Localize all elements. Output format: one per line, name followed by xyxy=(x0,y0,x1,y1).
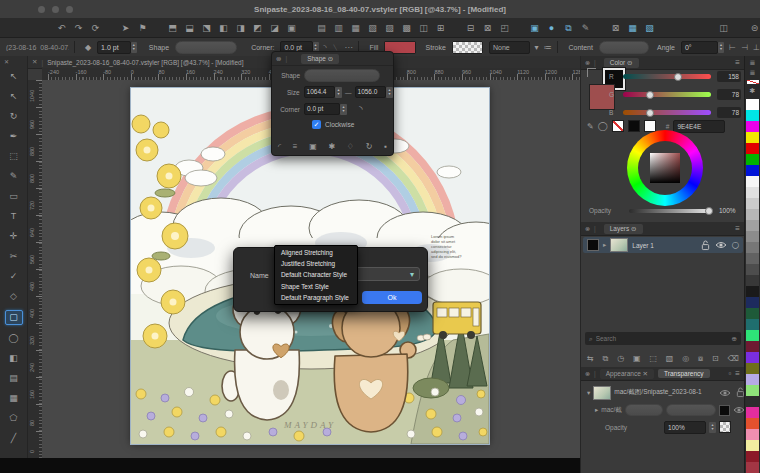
color-swatch[interactable] xyxy=(746,165,759,176)
tool-table[interactable]: ▦ xyxy=(6,392,22,405)
size-height-stepper[interactable]: ▴▾ xyxy=(386,87,393,98)
stroke-swatch[interactable] xyxy=(452,41,483,54)
color-panel-close-icon[interactable]: ⊗ xyxy=(585,59,590,66)
intersect-icon[interactable]: ◩ xyxy=(252,22,263,34)
curve-icon[interactable]: ◜ xyxy=(278,142,281,151)
exclude-icon[interactable]: ◪ xyxy=(269,22,280,34)
history-icon[interactable]: ◷ xyxy=(617,354,624,363)
size-height-field[interactable]: 1056.0 xyxy=(355,86,387,98)
layer-visibility-icon[interactable] xyxy=(715,241,727,249)
item-collapse-icon[interactable]: ▾ xyxy=(587,389,590,397)
sync-icon[interactable]: ⟳ xyxy=(90,22,101,34)
shape-panel-close-icon[interactable]: ⊗ xyxy=(276,55,281,63)
layer-expand-icon[interactable]: ▸ xyxy=(603,241,606,249)
expand-icon[interactable]: ⊞ xyxy=(435,22,446,34)
channel-slider-r[interactable] xyxy=(623,74,711,79)
clockwise-checkbox[interactable]: ✓ xyxy=(312,120,321,129)
size-width-stepper[interactable]: ▴▾ xyxy=(335,87,342,98)
tab-appearance[interactable]: Appearance ✕ xyxy=(600,369,654,379)
merge-icon[interactable]: ▥ xyxy=(333,22,344,34)
outline-icon[interactable]: ▤ xyxy=(316,22,327,34)
sub-expand-icon[interactable]: ▸ xyxy=(595,406,598,414)
tool-pen[interactable]: ✒ xyxy=(6,130,22,143)
appearance-menu-icon[interactable]: ≡ xyxy=(735,369,740,378)
color-swatch[interactable] xyxy=(746,143,759,154)
overflow-icon[interactable]: ⊜ xyxy=(749,22,760,34)
tool-text[interactable]: T xyxy=(6,210,22,223)
appearance-opacity-stepper[interactable]: ▴▾ xyxy=(709,422,716,433)
effects-icon[interactable]: ✱ xyxy=(328,142,335,151)
white-swatch[interactable] xyxy=(644,120,656,132)
undo-icon[interactable]: ↶ xyxy=(56,22,67,34)
layers-panel-menu-icon[interactable]: ≡ xyxy=(735,224,740,233)
style-dropdown[interactable] xyxy=(666,404,716,416)
content-swatch[interactable] xyxy=(719,405,730,416)
circle-swatch-icon[interactable]: ◯ xyxy=(598,121,608,131)
layer-row[interactable]: ▸ Layer 1 ◯ xyxy=(583,237,743,253)
tool-rotate[interactable]: ↻ xyxy=(6,110,22,123)
mesh-icon[interactable]: ▧ xyxy=(644,22,655,34)
tool-select[interactable]: ↖ xyxy=(6,70,22,83)
swatch-list-icon[interactable]: ≣ xyxy=(750,58,756,68)
add-shape-icon[interactable]: ⬒ xyxy=(167,22,178,34)
item-title[interactable]: mac/截图/Snipaste_2023-08-1 xyxy=(614,388,701,397)
color-swatch[interactable] xyxy=(746,363,759,374)
edit-tool-icon[interactable]: ✎ xyxy=(580,22,591,34)
content-dropdown[interactable] xyxy=(599,41,649,54)
ok-button[interactable]: Ok xyxy=(362,291,422,304)
mask-icon[interactable]: ◫ xyxy=(418,22,429,34)
channel-value-b[interactable]: 78 xyxy=(717,107,741,118)
channel-value-r[interactable]: 158 xyxy=(717,71,741,82)
shape-tool-icon[interactable]: ● xyxy=(546,22,557,34)
stroke-dropdown-arrow-icon[interactable]: ▾ xyxy=(535,43,539,52)
align-top-icon[interactable]: ⊢ xyxy=(729,43,736,52)
artboard-icon[interactable]: ⬚ xyxy=(649,354,657,363)
edit-shape-icon[interactable]: ⬓ xyxy=(184,22,195,34)
shape-corner-stepper[interactable]: ▴▾ xyxy=(340,104,347,115)
stroke-style-dropdown[interactable]: None xyxy=(489,41,530,54)
angle-stepper[interactable]: ▴▾ xyxy=(718,42,724,53)
color-swatch[interactable] xyxy=(746,220,759,231)
color-swatch[interactable] xyxy=(746,99,759,110)
shape-corner-field[interactable]: 0.0 pt xyxy=(304,103,340,115)
color-swatch[interactable] xyxy=(746,308,759,319)
rotate-icon[interactable]: ↻ xyxy=(366,142,373,151)
image-icon[interactable]: ▧ xyxy=(666,354,674,363)
collect-icon[interactable]: ⧇ xyxy=(698,354,703,364)
channel-value-g[interactable]: 78 xyxy=(717,89,741,100)
tool-add-anchor[interactable]: ✛ xyxy=(6,230,22,243)
tool-ellipse[interactable]: ◯ xyxy=(6,332,22,345)
stroke-width-stepper[interactable]: ▴▾ xyxy=(131,42,137,53)
color-swatch[interactable] xyxy=(746,187,759,198)
style-icon[interactable]: ♢ xyxy=(347,142,354,151)
color-swatch[interactable] xyxy=(746,440,759,451)
stroke-width-field[interactable]: 1.0 pt xyxy=(97,41,131,54)
color-swatch[interactable] xyxy=(746,429,759,440)
layer-target-icon[interactable]: ◯ xyxy=(732,241,739,249)
blend-mode-dropdown[interactable] xyxy=(625,404,663,416)
corner-radius-icon[interactable]: ◝ xyxy=(359,104,363,114)
tool-pencil[interactable]: ✎ xyxy=(6,170,22,183)
frame-icon[interactable]: ⊟ xyxy=(465,22,476,34)
color-swatch[interactable] xyxy=(746,462,759,473)
tool-line[interactable]: ╱ xyxy=(6,432,22,445)
color-swatch[interactable] xyxy=(746,110,759,121)
color-swatch[interactable] xyxy=(746,209,759,220)
menu-item[interactable]: Shape Text Style xyxy=(275,281,357,292)
pointer-icon[interactable]: ➤ xyxy=(120,22,131,34)
appearance-new-icon[interactable]: ▫ xyxy=(728,369,731,378)
slider-handle[interactable] xyxy=(646,109,654,117)
fill-tool-icon[interactable]: ▣ xyxy=(529,22,540,34)
color-swatch[interactable] xyxy=(746,352,759,363)
layers-panel-close-icon[interactable]: ⊗ xyxy=(585,225,590,232)
item-visibility-icon[interactable] xyxy=(719,389,731,397)
appearance-opacity-field[interactable]: 100% xyxy=(664,421,706,434)
layer-unlock-icon[interactable] xyxy=(701,240,710,251)
menu-item[interactable]: Default Character Style xyxy=(275,269,357,280)
panel-toggle-icon[interactable]: ◫ xyxy=(718,22,729,34)
union-icon[interactable]: ◧ xyxy=(218,22,229,34)
color-swatch[interactable] xyxy=(746,275,759,286)
frame-icon[interactable]: ▣ xyxy=(633,354,641,363)
item-thumbnail[interactable] xyxy=(593,386,611,400)
color-swatch[interactable] xyxy=(746,374,759,385)
